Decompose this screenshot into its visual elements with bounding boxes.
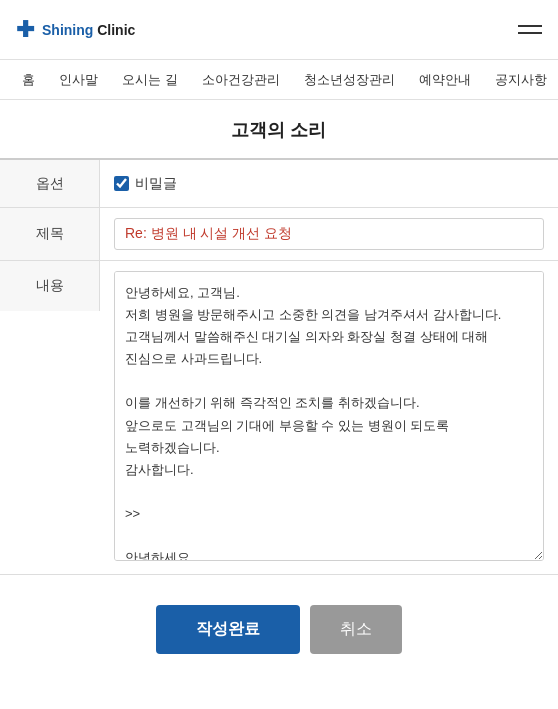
button-row: 작성완료 취소 (0, 575, 558, 674)
menu-icon[interactable] (518, 25, 542, 34)
content-row: 내용 (0, 261, 558, 575)
nav-item-reservation[interactable]: 예약안내 (409, 63, 481, 97)
nav-item-greeting[interactable]: 인사말 (49, 63, 108, 97)
logo-clinic: Clinic (93, 22, 135, 38)
option-row: 옵션 비밀글 (0, 160, 558, 208)
subject-label: 제목 (0, 208, 100, 260)
nav-item-child-health[interactable]: 소아건강관리 (192, 63, 290, 97)
option-label: 옵션 (0, 160, 100, 207)
nav-item-notice[interactable]: 공지사항 (485, 63, 557, 97)
main-nav: 홈 인사말 오시는 길 소아건강관리 청소년성장관리 예약안내 공지사항 (0, 60, 558, 100)
page-title: 고객의 소리 (0, 118, 558, 142)
content-textarea[interactable] (114, 271, 544, 561)
form-section: 옵션 비밀글 제목 내용 (0, 160, 558, 575)
site-header: ✚ Shining Clinic (0, 0, 558, 60)
page-title-bar: 고객의 소리 (0, 100, 558, 160)
cancel-button[interactable]: 취소 (310, 605, 402, 654)
nav-item-directions[interactable]: 오시는 길 (112, 63, 188, 97)
submit-button[interactable]: 작성완료 (156, 605, 300, 654)
content-area (100, 261, 558, 574)
option-content: 비밀글 (100, 165, 558, 203)
logo-shining: Shining (42, 22, 93, 38)
nav-item-home[interactable]: 홈 (12, 63, 45, 97)
subject-input[interactable] (114, 218, 544, 250)
nav-item-teen-growth[interactable]: 청소년성장관리 (294, 63, 405, 97)
checkbox-area: 비밀글 (114, 175, 544, 193)
logo-icon: ✚ (16, 17, 34, 43)
secret-checkbox-label[interactable]: 비밀글 (135, 175, 177, 193)
logo: ✚ Shining Clinic (16, 17, 135, 43)
logo-text: Shining Clinic (42, 22, 135, 38)
content-label: 내용 (0, 261, 100, 311)
subject-content (100, 208, 558, 260)
subject-row: 제목 (0, 208, 558, 261)
secret-checkbox[interactable] (114, 176, 129, 191)
